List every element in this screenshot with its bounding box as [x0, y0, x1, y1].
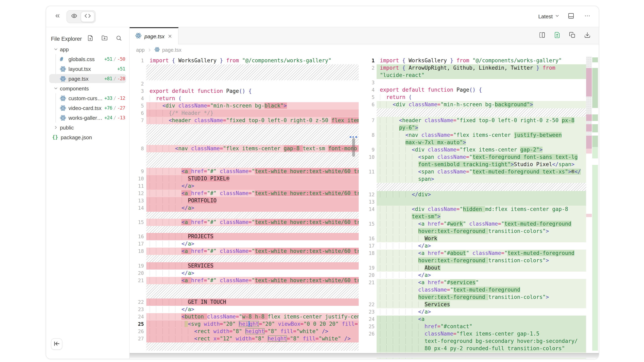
tree-item-app[interactable]: app [46, 44, 129, 54]
original-code-line-2[interactable] [146, 80, 359, 87]
search-files-button[interactable] [114, 33, 124, 44]
modified-code-line-18[interactable]: <a href="#about" className="text-muted-f… [376, 250, 586, 264]
preview-toggle-button[interactable] [68, 11, 81, 21]
modified-code-line-2[interactable]: import { ArrowUpRight, Github, Linkedin,… [376, 64, 586, 79]
collapse-left-panel-button[interactable] [52, 11, 62, 22]
original-code-line-13[interactable]: PORTFOLIO [146, 197, 359, 204]
original-code-line-7[interactable]: <header className="fixed top-0 left-0 ri… [146, 117, 359, 124]
tree-item-globals.css[interactable]: #globals.css+51/-50 [46, 54, 129, 64]
modified-line-number: 14 [363, 206, 376, 213]
original-code-line-9[interactable]: <a href="#" className="text-white hover:… [146, 168, 359, 175]
code-toggle-button[interactable] [81, 11, 94, 22]
new-folder-button[interactable] [100, 33, 109, 44]
modified-code-line-17[interactable]: </a> [376, 242, 586, 250]
original-code-line-27[interactable]: <rect x="12" width="8" height="8" fill="… [146, 335, 359, 343]
modified-code-line-8[interactable]: <nav className="flex items-center justif… [376, 131, 586, 146]
version-selector[interactable]: Latest [538, 13, 560, 19]
original-code-line-3[interactable]: export default function Page() { [146, 87, 359, 95]
diff-overview-ruler[interactable] [586, 56, 598, 359]
modified-code-line-7[interactable]: <header className="fixed top-0 left-0 ri… [376, 117, 586, 131]
tree-item-components[interactable]: components [46, 83, 129, 93]
original-code-line-20[interactable]: </a> [146, 270, 359, 277]
original-code-line-18[interactable]: <a href="#" className="text-white hover:… [146, 248, 359, 255]
original-collapsed-region[interactable] [146, 124, 359, 145]
original-code-line-19[interactable]: SERVICES [146, 262, 359, 270]
original-code-line-12[interactable]: <a href="#" className="text-white hover:… [146, 190, 359, 197]
modified-code-line-11[interactable]: <span className="text-muted-foreground t… [376, 168, 586, 183]
original-collapsed-region[interactable] [146, 284, 359, 299]
modified-code-line-19[interactable]: About [376, 264, 586, 272]
tree-item-page.tsx[interactable]: page.tsx+81/-28 [46, 74, 129, 83]
original-code-line-24[interactable]: <button className="w-8 h-8 flex items-ce… [146, 313, 359, 321]
modified-code-line-6[interactable]: <div className="min-h-screen bg-backgrou… [376, 101, 586, 108]
original-code-line-17[interactable]: </a> [146, 240, 359, 248]
tree-item-package.json[interactable]: {}package.json [46, 132, 129, 142]
collapse-sidebar-button[interactable] [51, 338, 62, 350]
copy-code-button[interactable] [567, 30, 577, 41]
original-code-line-6[interactable]: {/* Header */} [146, 109, 359, 117]
panel-bottom-button[interactable] [566, 11, 576, 22]
tree-item-public[interactable]: public [46, 123, 129, 132]
modified-code-line-22[interactable]: Services [376, 301, 586, 308]
original-code-line-21[interactable]: <a href="#" className="text-white hover:… [146, 277, 359, 284]
eye-icon [71, 12, 78, 20]
modified-code-line-12[interactable]: </div> [376, 191, 586, 198]
modified-code-line-24[interactable]: <a [376, 316, 586, 323]
modified-code-line-25[interactable]: href="#contact" [376, 323, 586, 330]
modified-code-line-1[interactable]: import { WorksGallery } from "@/componen… [376, 57, 586, 64]
original-code-line-15[interactable]: <a href="#" className="text-white hover:… [146, 219, 359, 226]
original-collapsed-region[interactable] [146, 64, 359, 80]
modified-code-line-3[interactable] [376, 79, 586, 86]
modified-code-line-5[interactable]: return ( [376, 94, 586, 101]
chevron-down-icon[interactable] [54, 47, 58, 52]
chevron-right-icon[interactable] [54, 125, 58, 130]
breadcrumb-file[interactable]: page.tsx [162, 47, 182, 53]
download-button[interactable] [582, 30, 592, 41]
original-collapsed-region[interactable] [146, 255, 359, 262]
tree-item-video-card.tsx[interactable]: video-card.tsx+76/-27 [46, 103, 129, 113]
original-code-line-26[interactable]: <rect width="8" height="8" fill="white" … [146, 328, 359, 335]
modified-code-line-20[interactable]: </a> [376, 272, 586, 279]
original-code-line-5[interactable]: <div className="min-h-screen bg-black"> [146, 102, 359, 109]
modified-code-line-15[interactable]: <a href="#work" className="text-muted-fo… [376, 220, 586, 235]
chevron-down-icon[interactable] [54, 86, 58, 91]
modified-code-line-26[interactable]: className="flex items-center gap-1.5 tex… [376, 330, 586, 352]
new-file-button[interactable] [86, 33, 95, 44]
original-code-line-22[interactable]: GET IN TOUCH [146, 299, 359, 306]
tab-page-tsx[interactable]: page.tsx [130, 27, 178, 44]
modified-code-line-4[interactable]: export default function Page() { [376, 86, 586, 94]
original-code-line-10[interactable]: STUDIO PIXEL® [146, 175, 359, 182]
modified-collapsed-region[interactable] [376, 183, 586, 191]
original-collapsed-region[interactable] [146, 343, 359, 351]
modified-code-line-16[interactable]: Work [376, 235, 586, 242]
modified-code-line-10[interactable]: <span className="text-foreground font-sa… [376, 153, 586, 168]
tree-item-layout.tsx[interactable]: layout.tsx+51 [46, 64, 129, 74]
original-code-line-4[interactable]: return ( [146, 95, 359, 102]
tree-item-custom-curs-[interactable]: custom-curs…+33/-12 [46, 93, 129, 103]
modified-code-line-21[interactable]: <a href="#services" className="text-mute… [376, 279, 586, 301]
breadcrumb-root[interactable]: app [136, 47, 145, 53]
modified-line-number: 13 [363, 198, 376, 206]
tree-item-works-galler-[interactable]: works-galler…+24/-13 [46, 113, 129, 123]
original-code-line-14[interactable]: </a> [146, 204, 359, 212]
original-collapsed-region[interactable] [146, 152, 359, 168]
modified-code-line-23[interactable]: </a> [376, 308, 586, 316]
original-collapsed-region[interactable] [146, 212, 359, 219]
original-code-line-23[interactable]: </a> [146, 306, 359, 313]
modified-code-line-9[interactable]: <div className="flex items-center gap-2"… [376, 146, 586, 153]
original-code-line-1[interactable]: import { WorksGallery } from "@/componen… [146, 57, 359, 64]
original-collapsed-region[interactable] [146, 226, 359, 233]
original-code-line-11[interactable]: </a> [146, 182, 359, 190]
more-options-button[interactable] [582, 11, 592, 22]
close-icon[interactable] [167, 34, 172, 39]
modified-code-line-13[interactable] [376, 198, 586, 206]
original-code-line-16[interactable]: PROJECTS [146, 233, 359, 240]
split-view-button[interactable] [537, 30, 547, 41]
modified-code-line-14[interactable]: <div className="hidden md:flex items-cen… [376, 206, 586, 220]
horizontal-scrollbar[interactable] [130, 353, 599, 358]
original-code-line-8[interactable]: <nav className="flex items-center gap-8 … [146, 145, 359, 152]
modified-collapsed-region[interactable] [376, 108, 586, 117]
toggle-diff-button[interactable] [552, 30, 562, 41]
original-code-line-25[interactable]: <svg width="20" height="20" viewBox="0 0… [146, 321, 359, 328]
left-pane-scrollbar-thumb[interactable] [352, 138, 355, 157]
